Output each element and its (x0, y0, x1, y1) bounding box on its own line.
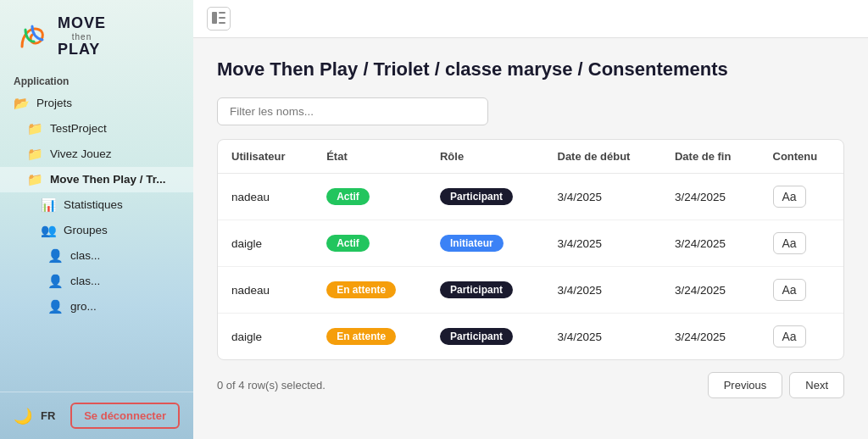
cell-etat: Actif (313, 174, 426, 220)
content-button-1[interactable]: Aa (773, 232, 806, 254)
pagination-controls: Previous Next (708, 372, 844, 398)
logout-button[interactable]: Se déconnecter (70, 403, 180, 429)
table-row: daigle En attente Participant 3/4/2025 3… (218, 314, 843, 360)
sidebar: MOVE then PLAY Application 📂 Projets 📁 T… (0, 0, 193, 439)
gro-label: gro... (70, 300, 97, 313)
content-area: Move Then Play / Triolet / classe maryse… (193, 38, 868, 439)
consents-table-container: Utilisateur État Rôle Date de début Date… (217, 139, 844, 360)
folder-icon-tp: 📁 (27, 121, 43, 136)
folder-icon-vj: 📁 (27, 147, 43, 162)
content-button-0[interactable]: Aa (773, 186, 806, 208)
cell-role: Initiateur (426, 220, 544, 267)
consents-table: Utilisateur État Rôle Date de début Date… (218, 140, 843, 359)
groupes-label: Groupes (64, 224, 108, 236)
svg-rect-2 (219, 17, 225, 19)
row-count-label: 0 of 4 row(s) selected. (217, 379, 326, 392)
next-button[interactable]: Next (789, 372, 844, 398)
cell-date-fin: 3/24/2025 (661, 314, 760, 360)
cell-etat: En attente (313, 314, 426, 360)
sidebar-item-clas2[interactable]: 👤 clas... (0, 269, 193, 294)
cell-date-fin: 3/24/2025 (661, 220, 760, 267)
sidebar-item-gro[interactable]: 👤 gro... (0, 294, 193, 320)
clas2-label: clas... (70, 275, 100, 287)
sidebar-item-vivezjouez[interactable]: 📁 Vivez Jouez (0, 142, 193, 167)
cell-utilisateur: daigle (218, 220, 313, 267)
projets-label: Projets (36, 97, 72, 109)
vivezjouez-label: Vivez Jouez (50, 147, 112, 160)
cell-role: Participant (426, 267, 544, 314)
cell-contenu: Aa (760, 267, 843, 314)
logo-move: MOVE (58, 15, 106, 32)
page-title: Move Then Play / Triolet / classe maryse… (217, 58, 844, 81)
logo-area: MOVE then PLAY (0, 0, 193, 69)
sidebar-item-clas1[interactable]: 👤 clas... (0, 243, 193, 269)
sidebar-bottom: 🌙 FR Se déconnecter (0, 392, 193, 439)
sidebar-item-projets[interactable]: 📂 Projets (0, 91, 193, 116)
cell-role: Participant (426, 174, 544, 220)
logo-icon (14, 18, 51, 55)
cell-etat: En attente (313, 267, 426, 314)
folder-icon-mtp: 📁 (27, 172, 43, 187)
statistiques-label: Statistiques (64, 198, 123, 211)
clas1-label: clas... (70, 249, 100, 262)
col-date-fin: Date de fin (661, 140, 760, 174)
content-button-3[interactable]: Aa (773, 325, 806, 347)
sidebar-toggle-icon (212, 12, 225, 26)
col-utilisateur: Utilisateur (218, 140, 313, 174)
cell-date-fin: 3/24/2025 (661, 267, 760, 314)
svg-rect-0 (212, 12, 217, 24)
svg-rect-1 (219, 12, 225, 14)
dark-mode-icon[interactable]: 🌙 (14, 407, 32, 425)
table-row: nadeau Actif Participant 3/4/2025 3/24/2… (218, 174, 843, 220)
user-icon-1: 👤 (47, 248, 64, 264)
language-toggle[interactable]: FR (41, 409, 55, 422)
user-icon-2: 👤 (47, 274, 64, 289)
cell-date-debut: 3/4/2025 (544, 174, 661, 220)
col-date-debut: Date de début (544, 140, 661, 174)
cell-contenu: Aa (760, 220, 843, 267)
cell-etat: Actif (313, 220, 426, 267)
cell-date-fin: 3/24/2025 (661, 174, 760, 220)
content-button-2[interactable]: Aa (773, 279, 806, 301)
folder-icon: 📂 (14, 96, 30, 111)
svg-rect-3 (219, 22, 225, 24)
sidebar-toggle-button[interactable] (207, 7, 231, 31)
movethenplay-label: Move Then Play / Tr... (50, 173, 166, 186)
cell-role: Participant (426, 314, 544, 360)
sidebar-scroll: Application 📂 Projets 📁 TestProject 📁 Vi… (0, 69, 193, 392)
sidebar-item-movethenplay[interactable]: 📁 Move Then Play / Tr... (0, 167, 193, 192)
cell-contenu: Aa (760, 174, 843, 220)
col-role: Rôle (426, 140, 544, 174)
cell-utilisateur: daigle (218, 314, 313, 360)
cell-contenu: Aa (760, 314, 843, 360)
stats-icon: 📊 (41, 197, 57, 213)
sidebar-item-statistiques[interactable]: 📊 Statistiques (0, 192, 193, 218)
logo-play: PLAY (58, 42, 106, 58)
sidebar-bottom-left: 🌙 FR (14, 407, 55, 425)
table-body: nadeau Actif Participant 3/4/2025 3/24/2… (218, 174, 843, 360)
filter-input[interactable] (217, 97, 488, 125)
testproject-label: TestProject (50, 122, 107, 135)
cell-date-debut: 3/4/2025 (544, 220, 661, 267)
cell-utilisateur: nadeau (218, 267, 313, 314)
cell-date-debut: 3/4/2025 (544, 314, 661, 360)
section-application-label: Application (0, 69, 193, 91)
sidebar-item-testproject[interactable]: 📁 TestProject (0, 116, 193, 142)
cell-date-debut: 3/4/2025 (544, 267, 661, 314)
cell-utilisateur: nadeau (218, 174, 313, 220)
main-content: Move Then Play / Triolet / classe maryse… (193, 0, 868, 439)
col-contenu: Contenu (760, 140, 843, 174)
table-header: Utilisateur État Rôle Date de début Date… (218, 140, 843, 174)
groups-icon: 👥 (41, 223, 57, 238)
previous-button[interactable]: Previous (708, 372, 783, 398)
table-row: daigle Actif Initiateur 3/4/2025 3/24/20… (218, 220, 843, 267)
topbar (193, 0, 868, 38)
sidebar-item-groupes[interactable]: 👥 Groupes (0, 218, 193, 243)
col-etat: État (313, 140, 426, 174)
user-icon-3: 👤 (47, 299, 64, 314)
table-footer: 0 of 4 row(s) selected. Previous Next (217, 360, 844, 402)
logo-text: MOVE then PLAY (58, 15, 106, 58)
table-row: nadeau En attente Participant 3/4/2025 3… (218, 267, 843, 314)
